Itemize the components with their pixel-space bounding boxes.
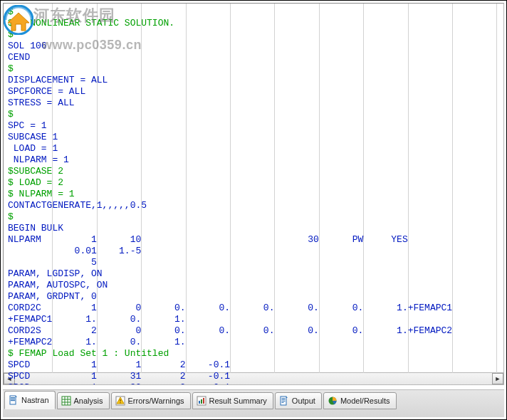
tab-output[interactable]: Output bbox=[275, 392, 322, 409]
warn-icon bbox=[115, 396, 125, 406]
tab-label: Errors/Warnings bbox=[128, 397, 184, 405]
svg-rect-21 bbox=[281, 402, 283, 403]
tab-label: Nastran bbox=[21, 396, 49, 404]
app-frame: 河东软件园 www.pc0359.cn $$ NONLINEAR STATIC … bbox=[0, 0, 507, 420]
code-text-content: $$ NONLINEAR STATIC SOLUTION.$SOL 106CEN… bbox=[4, 4, 503, 385]
svg-rect-12 bbox=[120, 402, 120, 403]
tab-resultsum[interactable]: Result Summary bbox=[192, 392, 273, 409]
tab-modelres[interactable]: Model/Results bbox=[323, 392, 397, 409]
svg-rect-2 bbox=[11, 397, 15, 398]
svg-rect-16 bbox=[203, 398, 204, 404]
tab-nastran[interactable]: Nastran bbox=[4, 391, 56, 409]
code-editor-viewport[interactable]: $$ NONLINEAR STATIC SOLUTION.$SOL 106CEN… bbox=[3, 3, 504, 385]
tab-label: Output bbox=[292, 397, 315, 405]
svg-rect-18 bbox=[281, 398, 285, 399]
doc-page-icon bbox=[279, 396, 289, 406]
svg-rect-14 bbox=[199, 401, 200, 404]
watermark-logo-icon bbox=[4, 5, 33, 35]
pie-icon bbox=[328, 396, 338, 406]
tab-label: Result Summary bbox=[209, 397, 267, 405]
svg-rect-3 bbox=[11, 399, 15, 399]
bottom-tabbar: NastranAnalysisErrors/WarningsResult Sum… bbox=[3, 391, 504, 409]
grid-green-icon bbox=[61, 396, 71, 406]
tab-analysis[interactable]: Analysis bbox=[57, 392, 110, 409]
svg-rect-11 bbox=[120, 399, 120, 401]
svg-rect-19 bbox=[281, 399, 285, 400]
tab-errors[interactable]: Errors/Warnings bbox=[111, 392, 191, 409]
chart-icon bbox=[197, 396, 207, 406]
tab-label: Analysis bbox=[74, 397, 103, 405]
doc-blue-icon bbox=[9, 395, 19, 405]
tab-label: Model/Results bbox=[340, 397, 390, 405]
svg-rect-20 bbox=[281, 401, 285, 401]
svg-rect-15 bbox=[201, 399, 202, 404]
svg-rect-4 bbox=[11, 400, 15, 401]
svg-rect-5 bbox=[62, 397, 70, 405]
